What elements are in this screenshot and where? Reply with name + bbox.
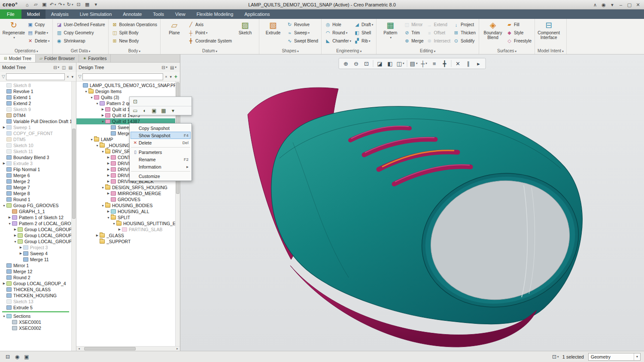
collapse-arrow-icon[interactable]: ▼: [112, 222, 116, 225]
chevron-down-icon[interactable]: ▾: [166, 66, 168, 69]
tab-tools[interactable]: Tools: [147, 9, 170, 19]
chevron-down-icon[interactable]: ▾: [369, 39, 371, 43]
collapse-arrow-icon[interactable]: ▼: [89, 96, 94, 99]
tree-item-graph-1-1[interactable]: GRAPH_1_1: [0, 208, 71, 214]
tree-item-merge-12[interactable]: Merge 12: [0, 268, 71, 275]
menu-item-copy-snapshot[interactable]: Copy Snapshot: [131, 124, 191, 132]
tree-item-sketch-8[interactable]: Sketch 8: [0, 82, 71, 88]
minimize-window-icon[interactable]: –: [617, 1, 625, 9]
chevron-down-icon[interactable]: ▾: [89, 50, 91, 53]
tree-item-merge-6[interactable]: Merge 6: [0, 172, 71, 178]
close-window-icon[interactable]: ✕: [634, 1, 642, 9]
tree-item-xsec0001[interactable]: XSEC0001: [0, 319, 71, 325]
appearance-icon[interactable]: ◐: [141, 107, 149, 115]
display-style-icon[interactable]: ◫▾: [396, 59, 405, 68]
collapse-arrow-icon[interactable]: ▼: [95, 102, 100, 105]
axis-button[interactable]: ╱Axis: [186, 21, 233, 29]
navigator-tab-favorites[interactable]: ★Favorites: [79, 54, 111, 62]
expand-arrow-icon[interactable]: ▶: [2, 162, 6, 165]
insert-here-indicator[interactable]: [2, 311, 69, 312]
tree-item-extrude-3[interactable]: ▶Extrude 3: [0, 160, 71, 166]
tree-item-sketch-10[interactable]: Sketch 10: [0, 142, 71, 148]
chevron-down-icon[interactable]: ▾: [55, 3, 56, 6]
scrollbar-thumb[interactable]: [84, 347, 136, 350]
freestyle-button[interactable]: ◇Freestyle: [505, 37, 533, 45]
plane-button[interactable]: ▱Plane: [162, 20, 186, 35]
chevron-down-icon[interactable]: ▼: [634, 353, 640, 360]
menu-item-rename[interactable]: RenameF2: [131, 156, 191, 163]
chevron-down-icon[interactable]: ▾: [403, 62, 404, 65]
tab-view[interactable]: View: [170, 9, 191, 19]
filter-dropdown-icon[interactable]: ▾: [70, 75, 74, 79]
menu-item-information[interactable]: Information▸: [131, 163, 191, 170]
tree-item-sketch-11[interactable]: Sketch 11: [0, 148, 71, 154]
tree-item-glass[interactable]: ▶_GLASS: [76, 232, 175, 238]
navigator-tab-folder-browser[interactable]: ▱Folder Browser: [36, 54, 79, 62]
selection-filter-combo[interactable]: Geometry ▼: [588, 353, 641, 361]
tree-item-sections[interactable]: ▼Sections: [0, 313, 71, 319]
annotation-display-icon[interactable]: ≡: [430, 59, 439, 68]
pattern-button[interactable]: ▦Pattern▾: [378, 20, 402, 40]
delete-button[interactable]: ✕Delete▾: [26, 37, 51, 45]
collapse-arrow-icon[interactable]: ▼: [100, 186, 105, 189]
spin-center-icon[interactable]: ╋: [440, 59, 450, 68]
tab-file[interactable]: File: [0, 9, 21, 19]
zoom-out-icon[interactable]: ⊖: [352, 59, 361, 68]
refit-icon[interactable]: ⊡: [362, 59, 371, 68]
component-interface-button[interactable]: ⊟Component Interface: [537, 20, 561, 40]
hole-button[interactable]: ◎Hole: [323, 21, 352, 29]
menu-item-delete[interactable]: ✕DeleteDel: [131, 139, 191, 146]
coordinate-system-button[interactable]: ╋Coordinate System: [186, 37, 233, 45]
tree-item-mirrored-merge[interactable]: ▶MIRRORED_MERGE: [76, 190, 175, 196]
open-icon[interactable]: ▱: [32, 1, 39, 9]
tree-item-round-2[interactable]: Round 2: [0, 275, 71, 281]
shading-icon[interactable]: ◧: [386, 59, 395, 68]
split-body-button[interactable]: ◫Split Body: [110, 29, 158, 37]
chevron-down-icon[interactable]: ▾: [47, 31, 49, 35]
merge-button[interactable]: ⊕Merge: [402, 37, 425, 45]
tree-item-project-3[interactable]: ▶Project 3: [0, 244, 71, 250]
navigator-tab-model-tree[interactable]: ⊟Model Tree: [0, 54, 36, 62]
draft-button[interactable]: ◢Draft▾: [352, 21, 374, 29]
ribbon-group-label-get-data[interactable]: Get Data▾: [53, 48, 108, 54]
tree-item-extend-1[interactable]: Extend 1: [0, 94, 71, 100]
tree-item-sweep-4[interactable]: ▶Sweep 4: [0, 250, 71, 256]
chevron-down-icon[interactable]: ▾: [72, 3, 73, 6]
tree-item-extrude-5[interactable]: Extrude 5: [0, 305, 71, 311]
tree-item-dtm4[interactable]: DTM4: [0, 112, 71, 118]
resume-icon[interactable]: ▸: [474, 59, 483, 68]
regenerate-button[interactable]: ↻Regenerate▾: [2, 20, 26, 40]
customize-quick-access-icon[interactable]: ▾: [92, 1, 100, 9]
tab-analysis[interactable]: Analysis: [46, 9, 74, 19]
extract-icon[interactable]: ▦: [160, 107, 167, 115]
tree-item-pattern-2-of-local-group[interactable]: ▼Pattern 2 of LOCAL_GROUP_: [0, 220, 71, 226]
user-defined-feature-button[interactable]: ◪User-Defined Feature: [55, 21, 106, 29]
shrinkwrap-button[interactable]: ◉Shrinkwrap: [55, 37, 106, 45]
tree-item-thicken-glass[interactable]: THICKEN_GLASS: [0, 287, 71, 293]
tree-item-dtm5[interactable]: DTM5: [0, 136, 71, 142]
project-button[interactable]: ↓Project: [452, 21, 477, 29]
tab-applications[interactable]: Applications: [239, 9, 275, 19]
expand-arrow-icon[interactable]: ▶: [13, 234, 18, 237]
tree-item-split[interactable]: ▼SPLIT: [76, 214, 175, 220]
expand-arrow-icon[interactable]: ▶: [106, 162, 111, 165]
tree-options-icon[interactable]: ▤▾: [169, 65, 178, 70]
scroll-right-icon[interactable]: ▸: [175, 347, 180, 351]
chevron-down-icon[interactable]: ▾: [13, 35, 15, 40]
create-body-icon[interactable]: ▣: [150, 107, 158, 115]
tree-item-group-local-group-2[interactable]: ▶Group LOCAL_GROUP_2: [0, 232, 71, 238]
tree-filters-icon[interactable]: ⊟▾: [160, 65, 169, 70]
chevron-down-icon[interactable]: ▾: [36, 50, 38, 53]
zoom-in-icon[interactable]: ⊕: [341, 59, 351, 68]
trim-button[interactable]: ⊘Trim: [402, 29, 425, 37]
model-viewport[interactable]: [180, 54, 644, 351]
tree-item-housing-splitting-entities[interactable]: ▼HOUSING_SPLITTING_ENTITIES: [76, 220, 175, 226]
tree-item-boundary-blend-3[interactable]: Boundary Blend 3: [0, 154, 71, 160]
expand-arrow-icon[interactable]: ▶: [2, 126, 6, 129]
tree-item-grooves[interactable]: GROOVES: [76, 196, 175, 202]
chamfer-button[interactable]: ◣Chamfer▾: [323, 37, 352, 45]
collapse-arrow-icon[interactable]: ▼: [2, 315, 6, 318]
expand-arrow-icon[interactable]: ▶: [106, 180, 111, 183]
filter-clear-icon[interactable]: ×: [66, 75, 70, 79]
repaint-icon[interactable]: ◪: [375, 59, 385, 68]
